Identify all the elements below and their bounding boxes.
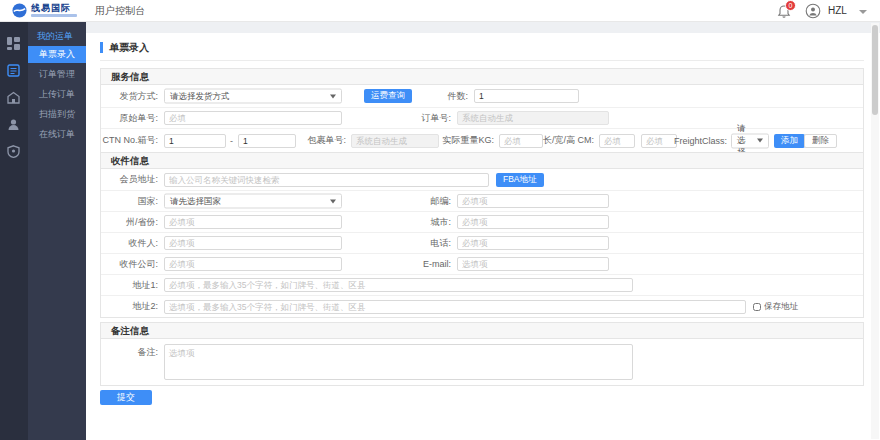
original-number-label: 原始单号: bbox=[101, 108, 158, 128]
receiver-info-section: 收件信息 会员地址: FBA地址 国家: 请先选择国家 邮编: 州/省份: 城市… bbox=[100, 152, 864, 318]
sidebar-item-single-entry[interactable]: 单票录入 bbox=[28, 46, 86, 63]
remark-section-title: 备注信息 bbox=[101, 323, 863, 339]
receiver-name-input[interactable] bbox=[164, 236, 342, 250]
add-row-button[interactable]: 添加 bbox=[774, 134, 805, 148]
warehouse-icon[interactable] bbox=[7, 90, 21, 104]
package-number-label: 包裹单号: bbox=[299, 129, 346, 152]
remark-label: 备注: bbox=[101, 339, 158, 385]
weight-label: 实际重量KG: bbox=[441, 129, 494, 152]
address1-label: 地址1: bbox=[101, 275, 158, 295]
city-label: 城市: bbox=[401, 212, 451, 232]
fba-address-button[interactable]: FBA地址 bbox=[496, 173, 544, 187]
title-divider bbox=[100, 60, 864, 61]
country-label: 国家: bbox=[101, 191, 158, 211]
email-input[interactable] bbox=[457, 257, 609, 271]
select-caret-icon bbox=[330, 199, 336, 203]
state-label: 州/省份: bbox=[101, 212, 158, 232]
user-avatar-icon[interactable] bbox=[805, 3, 821, 19]
dimension-input-2[interactable] bbox=[641, 134, 677, 148]
order-number-input bbox=[457, 111, 609, 125]
remark-info-section: 备注信息 备注: bbox=[100, 322, 864, 386]
address2-label: 地址2: bbox=[101, 296, 158, 317]
company-input[interactable] bbox=[164, 257, 342, 271]
pieces-label: 件数: bbox=[421, 85, 468, 107]
freight-class-label: FreightClass: bbox=[679, 129, 727, 152]
shield-icon[interactable] bbox=[7, 144, 21, 158]
select-caret-icon bbox=[757, 139, 763, 143]
logo-subtitle bbox=[31, 14, 77, 17]
receiver-row-state: 州/省份: 城市: bbox=[101, 212, 863, 233]
member-address-input[interactable] bbox=[164, 173, 489, 187]
dashboard-icon[interactable] bbox=[7, 36, 21, 50]
receiver-section-title: 收件信息 bbox=[101, 153, 863, 169]
shipping-method-select[interactable]: 请选择发货方式 bbox=[164, 89, 342, 104]
save-address-option: 保存地址 bbox=[753, 296, 798, 317]
freight-query-button[interactable]: 运费查询 bbox=[364, 89, 412, 103]
package-number-input bbox=[351, 134, 439, 148]
member-address-label: 会员地址: bbox=[101, 169, 158, 190]
service-row-1: 发货方式: 请选择发货方式 运费查询 件数: bbox=[101, 85, 863, 108]
ctn-range-dash: - bbox=[230, 129, 233, 152]
sidebar-item-upload-orders[interactable]: 上传订单 bbox=[28, 86, 86, 103]
sidebar-item-order-management[interactable]: 订单管理 bbox=[28, 66, 86, 83]
sidebar-icon-rail bbox=[0, 22, 28, 440]
scrollbar-track bbox=[871, 23, 879, 439]
company-logo-icon bbox=[12, 3, 27, 18]
remark-textarea[interactable] bbox=[164, 344, 633, 380]
country-select[interactable]: 请先选择国家 bbox=[164, 194, 342, 209]
notification-badge: 0 bbox=[785, 0, 796, 11]
state-input[interactable] bbox=[164, 215, 342, 229]
title-accent-bar bbox=[100, 42, 103, 53]
original-number-input[interactable] bbox=[164, 111, 342, 125]
service-row-3: CTN No.箱号: - 包裹单号: 实际重量KG: 长/宽/高 CM: Fre… bbox=[101, 129, 863, 152]
dimensions-label: 长/宽/高 CM: bbox=[541, 129, 594, 152]
scrollbar-thumb[interactable] bbox=[872, 25, 878, 115]
sidebar-menu: 我的运单 单票录入 订单管理 上传订单 扫描到货 在线订单 bbox=[28, 22, 86, 440]
dimension-input-1[interactable] bbox=[599, 134, 635, 148]
zip-label: 邮编: bbox=[401, 191, 451, 211]
user-icon[interactable] bbox=[7, 117, 21, 131]
ctn-number-label: CTN No.箱号: bbox=[101, 129, 158, 152]
save-address-checkbox[interactable] bbox=[753, 303, 761, 311]
receiver-name-label: 收件人: bbox=[101, 233, 158, 253]
save-address-label: 保存地址 bbox=[764, 301, 798, 313]
city-input[interactable] bbox=[457, 215, 609, 229]
receiver-row-member: 会员地址: FBA地址 bbox=[101, 169, 863, 191]
remark-row: 备注: bbox=[101, 339, 863, 385]
address1-input[interactable] bbox=[164, 278, 633, 292]
select-caret-icon bbox=[330, 94, 336, 98]
waybill-icon[interactable] bbox=[7, 63, 21, 77]
company-label: 收件公司: bbox=[101, 254, 158, 274]
pieces-input[interactable] bbox=[474, 89, 579, 103]
delete-row-button[interactable]: 删除 bbox=[804, 134, 837, 148]
user-menu-caret-icon[interactable] bbox=[859, 10, 867, 14]
submit-button[interactable]: 提交 bbox=[100, 390, 152, 405]
receiver-row-company: 收件公司: E-mail: bbox=[101, 254, 863, 275]
ctn-to-input[interactable] bbox=[238, 134, 296, 148]
phone-label: 电话: bbox=[401, 233, 451, 253]
receiver-row-name: 收件人: 电话: bbox=[101, 233, 863, 254]
service-info-section: 服务信息 发货方式: 请选择发货方式 运费查询 件数: 原始单号: 订单号: C… bbox=[100, 68, 864, 153]
sidebar-item-scan-arrival[interactable]: 扫描到货 bbox=[28, 106, 86, 123]
ctn-from-input[interactable] bbox=[164, 134, 226, 148]
order-number-label: 订单号: bbox=[401, 108, 451, 128]
sidebar-item-online-orders[interactable]: 在线订单 bbox=[28, 126, 86, 143]
main-content: 单票录入 服务信息 发货方式: 请选择发货方式 运费查询 件数: 原始单号: 订… bbox=[86, 22, 880, 440]
freight-class-select[interactable]: 请选择 bbox=[731, 133, 769, 148]
app-root: 线易国际 用户控制台 0 HZL bbox=[0, 0, 880, 440]
username-label[interactable]: HZL bbox=[828, 0, 847, 22]
receiver-row-country: 国家: 请先选择国家 邮编: bbox=[101, 191, 863, 212]
receiver-row-address2: 地址2: 保存地址 bbox=[101, 296, 863, 317]
zip-input[interactable] bbox=[457, 194, 609, 208]
top-band bbox=[86, 22, 880, 33]
email-label: E-mail: bbox=[401, 254, 451, 274]
shipping-method-label: 发货方式: bbox=[101, 85, 158, 107]
phone-input[interactable] bbox=[457, 236, 609, 250]
weight-input[interactable] bbox=[499, 134, 543, 148]
topbar: 线易国际 用户控制台 0 HZL bbox=[0, 0, 880, 22]
console-title: 用户控制台 bbox=[95, 0, 145, 22]
service-section-title: 服务信息 bbox=[101, 69, 863, 85]
receiver-row-address1: 地址1: bbox=[101, 275, 863, 296]
sidebar-section-my-waybills[interactable]: 我的运单 bbox=[28, 28, 86, 44]
address2-input[interactable] bbox=[164, 300, 746, 314]
